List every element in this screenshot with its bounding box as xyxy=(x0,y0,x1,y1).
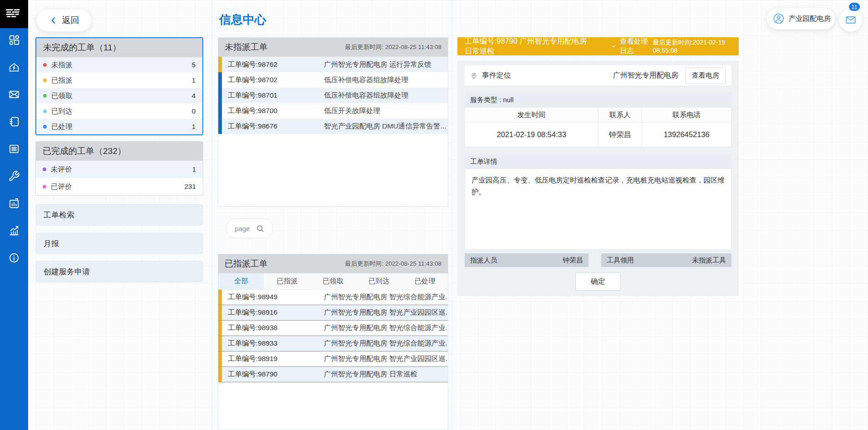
information-center-page: 返回 未完成的工单（11） 未指派 5 已指派 1 已领取 4 已到达 0 已处… xyxy=(0,0,868,430)
status-label: 已领取 xyxy=(51,91,191,101)
chevron-down-icon xyxy=(611,43,617,50)
work-order-id: 工单编号:98702 xyxy=(222,75,324,85)
work-order-row[interactable]: 工单编号:98676 智光产业园配电房 DMU通信异常告警... xyxy=(218,119,448,134)
column-divider-left xyxy=(211,0,212,430)
status-label: 已到达 xyxy=(51,107,191,116)
contact-table-row: 2021-02-19 08:54:33 钟荣昌 13926452136 xyxy=(465,123,731,147)
tab-claimed[interactable]: 已领取 xyxy=(310,273,356,289)
status-bar xyxy=(218,305,222,320)
monthly-report-button[interactable]: 月报 xyxy=(35,232,203,254)
status-bar xyxy=(218,336,222,351)
status-row-processed[interactable]: 已处理 1 xyxy=(36,119,202,134)
status-label: 已指派 xyxy=(51,76,191,85)
work-order-id: 工单编号:98762 xyxy=(222,60,324,69)
assignee-box: 指派人员 钟荣昌 xyxy=(465,253,588,267)
status-bar xyxy=(218,57,222,72)
tab-arrived[interactable]: 已到达 xyxy=(356,273,402,289)
view-process-log-link[interactable]: 查看处理日志 xyxy=(611,37,652,56)
work-order-row[interactable]: 工单编号:98916 广州智光专用配电房 智光产业园园区巡... xyxy=(218,305,448,321)
tab-assigned[interactable]: 已指派 xyxy=(264,273,310,289)
status-label: 已评价 xyxy=(51,182,184,192)
view-power-room-button[interactable]: 查看电房 xyxy=(685,68,726,84)
user-account-label: 产业园配电房 xyxy=(789,14,831,24)
nav-wrench-icon[interactable] xyxy=(8,170,20,182)
work-order-desc: 广州智光专用配电房 智光产业园园区巡... xyxy=(324,308,448,317)
work-order-row[interactable]: 工单编号:98700 低压开关故障处理 xyxy=(218,103,448,119)
contact-phone-value: 13926452136 xyxy=(642,123,731,147)
page-search-control[interactable]: page xyxy=(226,218,273,238)
nav-trend-chart-icon[interactable] xyxy=(8,225,20,237)
status-row-arrived[interactable]: 已到达 0 xyxy=(36,104,202,119)
event-location-value: 广州智光专用配电房 xyxy=(613,71,678,80)
assignee-value: 钟荣昌 xyxy=(563,256,583,265)
status-bar xyxy=(218,72,222,88)
status-row-claimed[interactable]: 已领取 4 xyxy=(36,88,202,104)
work-order-row[interactable]: 工单编号:98702 低压补偿电容器组故障处理 xyxy=(218,72,448,88)
nav-notebook-icon[interactable] xyxy=(8,116,20,128)
event-location-row: 事件定位 广州智光专用配电房 查看电房 xyxy=(465,65,731,86)
nav-dashboard-grid-icon[interactable] xyxy=(8,34,20,46)
col-header-occurrence-time: 发生时间 xyxy=(465,108,598,123)
work-order-desc: 低压补偿电容器组故障处理 xyxy=(324,75,448,85)
status-dot xyxy=(43,94,47,98)
work-order-id: 工单编号:98938 xyxy=(222,323,324,333)
app-logo[interactable] xyxy=(0,0,28,28)
confirm-button[interactable]: 确定 xyxy=(575,272,621,291)
column-divider-right xyxy=(452,0,452,430)
logo-icon xyxy=(5,7,24,21)
status-count: 0 xyxy=(191,107,202,115)
work-order-detail-card: 事件定位 广州智光专用配电房 查看电房 服务类型 : null 发生时间 联系人… xyxy=(457,61,739,296)
back-button[interactable]: 返回 xyxy=(36,9,92,32)
work-order-desc: 智光产业园配电房 DMU通信异常告警... xyxy=(324,122,448,131)
status-bar xyxy=(218,88,222,103)
tab-processed[interactable]: 已处理 xyxy=(402,273,448,289)
assigned-updated-time: 最后更新时间: 2022-08-25 11:43:08 xyxy=(345,260,441,268)
status-bar xyxy=(218,321,222,336)
status-row-assigned[interactable]: 已指派 1 xyxy=(36,73,202,88)
col-header-contact-phone: 联系电话 xyxy=(642,108,731,123)
work-order-row[interactable]: 工单编号:98919 广州智光专用配电房 智光产业园园区巡... xyxy=(218,351,448,367)
work-order-row[interactable]: 工单编号:98933 广州智光专用配电房 智光综合能源产业... xyxy=(218,336,448,351)
status-count: 5 xyxy=(191,61,202,69)
page-search-label: page xyxy=(235,225,250,232)
contact-table: 发生时间 联系人 联系电话 2021-02-19 08:54:33 钟荣昌 13… xyxy=(465,107,731,147)
work-order-row-selected[interactable]: 工单编号:98790 广州智光专用配电房 日常巡检 xyxy=(218,367,448,382)
work-order-id: 工单编号:98933 xyxy=(222,339,324,348)
work-order-row[interactable]: 工单编号:98701 低压补偿电容器组故障处理 xyxy=(218,88,448,103)
status-dot xyxy=(43,168,46,171)
work-order-desc: 广州智光专用配电房 智光综合能源产业... xyxy=(324,292,448,302)
work-order-row[interactable]: 工单编号:98938 广州智光专用配电房 智光综合能源产业... xyxy=(218,321,448,336)
work-detail-content: 产业园高压、专变、低压电房定时巡检检查记录，充电桩充电站巡视检查，园区维护。 xyxy=(465,169,731,250)
nav-list-icon[interactable] xyxy=(8,143,20,155)
nav-info-icon[interactable] xyxy=(8,252,20,264)
nav-report-chart-icon[interactable] xyxy=(8,198,20,209)
col-header-contact-person: 联系人 xyxy=(598,108,642,123)
user-account-button[interactable]: 产业园配电房 xyxy=(766,8,835,30)
tools-label: 工具领用 xyxy=(607,256,634,265)
work-order-id: 工单编号:98701 xyxy=(222,91,324,100)
tab-all[interactable]: 全部 xyxy=(218,273,264,289)
work-order-row[interactable]: 工单编号:98762 广州智光专用配电房 运行异常反馈 xyxy=(218,57,448,72)
work-order-desc: 广州智光专用配电房 日常巡检 xyxy=(324,370,448,379)
status-row-rated[interactable]: 已评价 231 xyxy=(36,178,203,195)
status-dot xyxy=(43,125,47,129)
messages-button[interactable] xyxy=(839,8,863,32)
create-service-request-button[interactable]: 创建服务申请 xyxy=(35,261,203,282)
banner-updated-time: 最后更新时间:2021-02-19 08:55:08 xyxy=(653,39,731,54)
assigned-orders-panel: 已指派工单 最后更新时间: 2022-08-25 11:43:08 全部 已指派… xyxy=(218,254,448,430)
view-process-log-label: 查看处理日志 xyxy=(620,37,653,56)
status-row-unassigned[interactable]: 未指派 5 xyxy=(36,57,202,73)
nav-mail-icon[interactable] xyxy=(8,89,20,100)
work-detail-label: 工单详情 xyxy=(465,154,731,169)
order-search-button[interactable]: 工单检索 xyxy=(35,204,203,226)
status-row-unrated[interactable]: 未评价 1 xyxy=(36,161,203,178)
status-bar xyxy=(218,119,222,134)
finished-orders-title: 已完成的工单（232） xyxy=(36,142,203,161)
status-count: 1 xyxy=(191,76,202,84)
work-order-row[interactable]: 工单编号:98949 广州智光专用配电房 智光综合能源产业... xyxy=(218,290,448,305)
status-dot xyxy=(43,79,47,82)
assignment-strip: 指派人员 钟荣昌 工具领用 未指派工具 xyxy=(465,253,731,267)
work-order-desc: 广州智光专用配电房 运行异常反馈 xyxy=(324,60,448,69)
work-order-id: 工单编号:98916 xyxy=(222,308,324,317)
nav-home-energy-icon[interactable] xyxy=(8,61,20,73)
